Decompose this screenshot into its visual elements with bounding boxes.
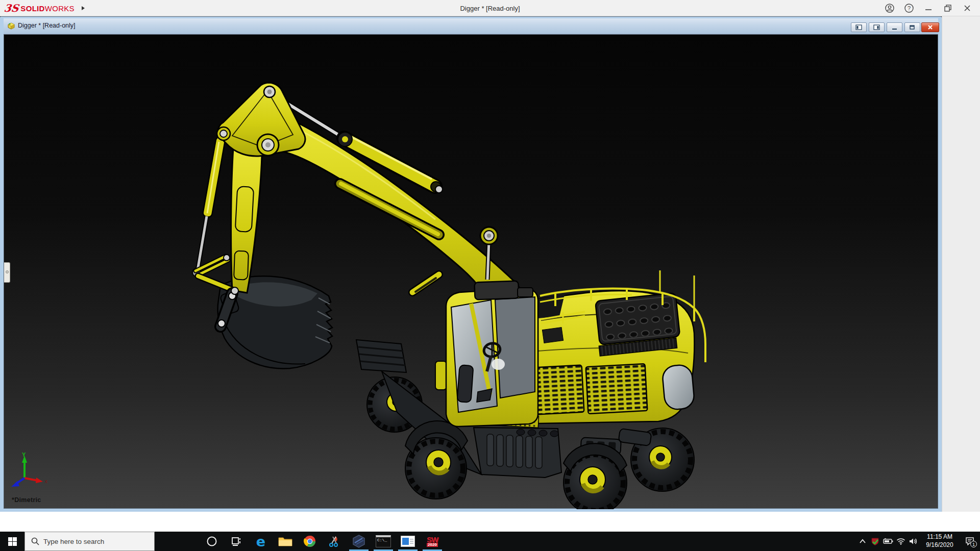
taskbar-search[interactable] [24, 532, 155, 551]
taskbar-item-file-explorer[interactable] [273, 532, 298, 551]
engine-block [594, 293, 681, 356]
doc-close-button[interactable] [921, 22, 939, 32]
help-icon[interactable]: ? [899, 0, 919, 16]
tile-left-button[interactable] [851, 22, 867, 32]
cortana-icon [206, 536, 217, 547]
assembly-document-icon [7, 21, 16, 31]
taskbar-item-edrawings[interactable] [347, 532, 371, 551]
screen: 3S SOLIDWORKS Digger * [Read-only] ? [0, 0, 980, 551]
taskbar-item-photos[interactable] [396, 532, 420, 551]
tray-time: 11:15 AM [923, 533, 957, 541]
task-view-icon [231, 536, 242, 547]
app-minimize-button[interactable] [919, 0, 938, 16]
volume-icon[interactable] [907, 532, 920, 551]
search-input[interactable] [43, 538, 145, 545]
app-background-strip [942, 16, 980, 512]
battery-icon[interactable] [881, 532, 894, 551]
feature-manager-collapsed-tab[interactable] [4, 262, 10, 283]
windows-logo-icon [8, 537, 17, 546]
rear-window [662, 364, 695, 411]
side-grille-left [534, 365, 584, 415]
triad-y-label: Y [22, 452, 26, 458]
digger-model[interactable] [4, 35, 939, 509]
solidworks-2020-icon: SW 2020 [427, 536, 438, 547]
edge-icon: e [256, 535, 265, 548]
menu-expand-arrow-icon[interactable] [82, 6, 85, 10]
doc-restore-button[interactable] [904, 22, 920, 32]
chrome-icon [304, 535, 316, 547]
roof-box [474, 281, 519, 300]
bucket-cylinder [192, 137, 226, 277]
taskbar-item-chrome[interactable] [298, 532, 322, 551]
boom[interactable] [265, 94, 526, 313]
doc-minimize-button[interactable] [887, 22, 902, 32]
tile-right-button[interactable] [869, 22, 885, 32]
taskbar-item-edge[interactable]: e [249, 532, 273, 551]
wifi-icon[interactable] [894, 532, 907, 551]
app-restore-button[interactable] [938, 0, 958, 16]
start-button[interactable] [0, 532, 24, 551]
command-prompt-icon: C:\_ [376, 535, 391, 547]
seat [457, 365, 474, 403]
snipping-tool-icon [328, 535, 340, 547]
svg-text:?: ? [908, 5, 911, 11]
triad-x-label: x [45, 479, 47, 484]
graphics-viewport[interactable]: Y x *Dimetric [4, 34, 938, 509]
taskbar-item-command-prompt[interactable]: C:\_ [371, 532, 396, 551]
app-title: Digger * [Read-only] [408, 0, 572, 16]
taskbar-item-snipping-tool[interactable] [322, 532, 347, 551]
tray-chevron-icon[interactable] [856, 532, 869, 551]
notification-badge: 1 [970, 541, 977, 547]
document-title-bar[interactable]: Digger * [Read-only] [4, 18, 938, 34]
side-grille-right [586, 364, 648, 414]
system-tray: 11:15 AM 9/16/2020 1 [856, 532, 980, 551]
solidworks-logo: 3S SOLIDWORKS [4, 2, 85, 15]
photos-icon [401, 536, 415, 547]
search-icon [31, 537, 39, 545]
tray-clock[interactable]: 11:15 AM 9/16/2020 [923, 533, 957, 549]
solidworks-wordmark: SOLIDWORKS [20, 4, 75, 13]
account-icon[interactable] [880, 0, 899, 16]
taskbar-item-solidworks[interactable]: SW 2020 [420, 532, 445, 551]
feature-manager-dot-icon [6, 270, 9, 273]
action-center-button[interactable]: 1 [960, 532, 980, 551]
app-close-button[interactable] [958, 0, 977, 16]
status-bar [0, 512, 980, 532]
windows-taskbar: e [0, 532, 980, 551]
view-orientation-label: *Dimetric [12, 496, 41, 504]
taskbar-item-task-view[interactable] [224, 532, 249, 551]
orientation-triad: Y x [8, 450, 57, 499]
document-window: Digger * [Read-only] [0, 16, 942, 512]
taskbar-item-cortana[interactable] [200, 532, 224, 551]
document-title: Digger * [Read-only] [18, 22, 76, 29]
solidworks-monitor-icon[interactable] [869, 532, 881, 551]
file-explorer-icon [278, 536, 292, 547]
app-title-bar: 3S SOLIDWORKS Digger * [Read-only] ? [0, 0, 980, 16]
tray-date: 9/16/2020 [923, 541, 957, 549]
dassault-logo-icon: 3S [4, 3, 19, 13]
edrawings-icon [352, 535, 365, 548]
app-window-controls: ? [880, 0, 977, 16]
